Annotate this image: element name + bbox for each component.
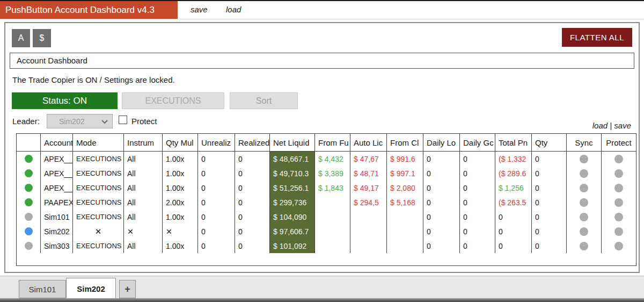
bottom-tab-strip: Sim101Sim202+ <box>0 276 644 298</box>
menu-save[interactable]: save <box>191 5 208 14</box>
protect-dot[interactable] <box>614 184 623 192</box>
cell-sync <box>567 239 602 253</box>
protect-dot[interactable] <box>614 227 623 236</box>
cell-from_cl <box>387 239 423 253</box>
protect-dot[interactable] <box>614 213 623 221</box>
cell-account: APEX__ <box>41 166 73 181</box>
cell-total_pn: 0 <box>495 210 532 224</box>
sort-button[interactable]: Sort <box>230 92 298 109</box>
cell-account: APEX__ <box>41 152 73 166</box>
cell-qty: 0 <box>532 195 567 210</box>
cell-daily_gc: 0 <box>460 239 495 253</box>
leader-dropdown[interactable]: Sim202 <box>47 114 113 128</box>
status-on-button[interactable]: Status: ON <box>12 92 118 109</box>
menu-load[interactable]: load <box>226 5 241 14</box>
column-header: Auto Lic <box>350 134 387 151</box>
cell-from_cl: $ 997.1 <box>387 166 423 181</box>
cell-realized: 0 <box>235 181 270 195</box>
status-dot[interactable] <box>25 198 33 206</box>
column-header: Sync <box>567 134 602 151</box>
status-dot[interactable] <box>25 169 33 177</box>
cell-net_liquid: $ 49,710.3 <box>270 166 315 181</box>
status-dot[interactable] <box>25 184 33 192</box>
protect-checkbox[interactable] <box>119 116 127 124</box>
cell-daily_gc: 0 <box>460 181 495 195</box>
sync-dot[interactable] <box>580 213 588 221</box>
status-dot[interactable] <box>25 227 33 235</box>
chevron-down-icon <box>101 117 108 126</box>
cell-status <box>17 166 41 181</box>
column-header: Realized <box>235 134 270 151</box>
account-mode-button[interactable]: A <box>12 29 30 47</box>
cell-realized: 0 <box>235 195 270 210</box>
column-header: Net Liquid <box>270 134 315 151</box>
status-dot[interactable] <box>25 242 33 250</box>
flatten-all-button[interactable]: FLATTEN ALL <box>562 28 632 47</box>
cell-realized: 0 <box>235 152 270 166</box>
status-dot[interactable] <box>25 155 33 163</box>
cell-qty: 0 <box>532 239 567 253</box>
cell-mode: ✕ <box>73 224 124 239</box>
sync-dot[interactable] <box>580 169 588 178</box>
cell-from_cl: $ 5,168 <box>387 195 423 210</box>
cell-instrument: All <box>124 195 163 210</box>
protect-dot[interactable] <box>614 169 623 178</box>
table-body: APEX__EXECUTIONSAll1.00x00$ 48,667.1$ 4,… <box>17 152 636 253</box>
column-header: Protect <box>602 134 636 151</box>
cell-auto_lic: $ 47,67 <box>350 152 387 166</box>
cell-unrealized: 0 <box>198 195 235 210</box>
cell-total_pn: $ 1,256 <box>495 181 532 195</box>
sync-dot[interactable] <box>580 184 588 192</box>
table-row: APEX__EXECUTIONSAll1.00x00$ 49,710.3$ 3,… <box>17 166 636 181</box>
cell-net_liquid: $ 299,736 <box>270 195 315 210</box>
cell-qty: 0 <box>532 152 567 166</box>
cell-net_liquid: $ 97,606.7 <box>270 224 315 239</box>
tab-sim202[interactable]: Sim202 <box>66 278 116 299</box>
cell-unrealized: 0 <box>198 181 235 195</box>
cell-protect <box>602 210 636 224</box>
table-row: APEX__EXECUTIONSAll1.00x00$ 48,667.1$ 4,… <box>17 152 636 166</box>
cell-auto_lic: $ 48,71 <box>350 166 387 181</box>
protect-dot[interactable] <box>614 155 623 163</box>
cell-status <box>17 195 41 210</box>
cell-protect <box>602 195 636 210</box>
status-dot[interactable] <box>25 213 33 221</box>
cell-mode: EXECUTIONS <box>73 239 124 253</box>
cell-qty: 0 <box>532 224 567 239</box>
cell-from_cl <box>387 210 423 224</box>
table-load-save-links[interactable]: load | save <box>592 121 631 130</box>
cell-account: APEX__ <box>41 181 73 195</box>
sync-dot[interactable] <box>580 227 588 236</box>
cell-daily_gc: 0 <box>460 195 495 210</box>
app-window: PushButton Account Dashboard v4.3 save l… <box>0 0 644 302</box>
cell-protect <box>602 166 636 181</box>
cell-protect <box>602 239 636 253</box>
cell-unrealized: 0 <box>198 210 235 224</box>
cell-sync <box>567 210 602 224</box>
cell-account: Sim202 <box>41 224 73 239</box>
tab-sim101[interactable]: Sim101 <box>19 280 66 298</box>
title-bar: PushButton Account Dashboard v4.3 save l… <box>0 0 644 19</box>
add-tab-button[interactable]: + <box>119 280 136 298</box>
protect-dot[interactable] <box>614 198 623 207</box>
column-header: Mode <box>73 134 124 151</box>
cell-status <box>17 239 41 253</box>
cell-qty: 0 <box>532 181 567 195</box>
sync-dot[interactable] <box>580 242 588 250</box>
sync-dot[interactable] <box>580 155 588 163</box>
cell-daily_lo: 0 <box>423 210 460 224</box>
cell-qty_mult: 1.00x <box>163 152 198 166</box>
cell-auto_lic: $ 49,17 <box>350 181 387 195</box>
executions-button[interactable]: EXECUTIONS <box>122 92 224 109</box>
dollar-mode-button[interactable]: $ <box>33 29 51 47</box>
cell-protect <box>602 181 636 195</box>
cell-daily_gc: 0 <box>460 224 495 239</box>
cell-realized: 0 <box>235 224 270 239</box>
cell-account: Sim303 <box>41 239 73 253</box>
cell-qty: 0 <box>532 166 567 181</box>
cell-account: PAAPEX <box>41 195 73 210</box>
table-row: Sim202✕✕✕00$ 97,606.70000 <box>17 224 636 239</box>
sync-dot[interactable] <box>580 198 588 207</box>
cell-qty_mult: 1.00x <box>163 239 198 253</box>
protect-dot[interactable] <box>614 242 623 250</box>
